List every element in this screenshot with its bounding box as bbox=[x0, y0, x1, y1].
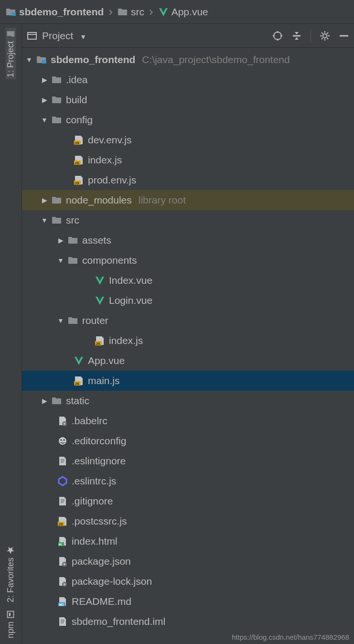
collapse-all-button[interactable] bbox=[291, 31, 302, 41]
expand-icon[interactable]: ▼ bbox=[57, 317, 64, 324]
tree-file-readme[interactable]: README.md bbox=[22, 591, 354, 612]
tree-file-package-json[interactable]: package.json bbox=[22, 551, 354, 571]
tree-label: static bbox=[66, 395, 89, 407]
tree-file-index-html[interactable]: index.html bbox=[22, 531, 354, 551]
tree-folder-build[interactable]: ▶ build bbox=[22, 90, 354, 110]
editorconfig-icon bbox=[57, 436, 68, 446]
js-icon bbox=[57, 516, 68, 526]
folder-icon bbox=[52, 95, 62, 105]
folder-icon bbox=[68, 255, 78, 266]
breadcrumb-file[interactable]: App.vue bbox=[158, 6, 208, 18]
tree-label: README.md bbox=[72, 596, 131, 607]
expand-icon[interactable]: ▼ bbox=[57, 257, 64, 264]
project-view-selector[interactable]: Project ▼ bbox=[42, 30, 86, 42]
tree-hint: library root bbox=[139, 194, 186, 206]
folder-icon bbox=[52, 215, 62, 225]
tool-window-bar: 1: Project 2: Favorites npm bbox=[0, 24, 22, 644]
tree-label: src bbox=[66, 215, 79, 226]
tree-label: .postcssrc.js bbox=[72, 515, 127, 527]
tree-label: components bbox=[82, 255, 137, 266]
tree-folder-assets[interactable]: ▶ assets bbox=[22, 230, 354, 250]
tree-root[interactable]: ▼ sbdemo_frontend C:\java_project\sbdemo… bbox=[22, 50, 354, 70]
module-icon bbox=[36, 54, 47, 65]
js-icon bbox=[74, 135, 84, 145]
js-icon bbox=[74, 376, 84, 386]
vue-icon bbox=[74, 355, 84, 366]
toolwindow-project-tab[interactable]: 1: Project bbox=[6, 28, 16, 79]
tree-label: Login.vue bbox=[109, 295, 152, 306]
folder-icon bbox=[52, 75, 62, 85]
breadcrumb-project-label: sbdemo_frontend bbox=[19, 6, 104, 18]
expand-icon[interactable]: ▼ bbox=[41, 216, 48, 224]
expand-icon[interactable]: ▼ bbox=[41, 116, 48, 124]
watermark: https://blog.csdn.net/hans774882968 bbox=[232, 633, 349, 641]
js-icon bbox=[74, 175, 84, 185]
tree-label: index.js bbox=[109, 335, 143, 346]
expand-icon[interactable]: ▶ bbox=[41, 76, 48, 84]
tree-folder-router[interactable]: ▼ router bbox=[22, 311, 354, 331]
tree-label: App.vue bbox=[88, 355, 125, 366]
tree-file-iml[interactable]: sbdemo_frontend.iml bbox=[22, 612, 354, 632]
html-icon bbox=[57, 536, 68, 547]
locate-button[interactable] bbox=[272, 31, 283, 41]
tree-label: package-lock.json bbox=[72, 576, 152, 587]
tree-folder-static[interactable]: ▶ static bbox=[22, 391, 354, 411]
tree-folder-components[interactable]: ▼ components bbox=[22, 250, 354, 270]
breadcrumb-folder[interactable]: src bbox=[118, 6, 144, 18]
tree-file-index-js[interactable]: index.js bbox=[22, 150, 354, 170]
tree-label: sbdemo_frontend bbox=[51, 54, 135, 65]
text-file-icon bbox=[57, 456, 68, 466]
tree-file-package-lock[interactable]: package-lock.json bbox=[22, 571, 354, 591]
tree-file-postcssrc[interactable]: .postcssrc.js bbox=[22, 511, 354, 531]
breadcrumb-project[interactable]: sbdemo_frontend bbox=[6, 6, 104, 18]
vue-icon bbox=[95, 295, 105, 306]
project-tree[interactable]: ▼ sbdemo_frontend C:\java_project\sbdemo… bbox=[22, 48, 354, 632]
settings-button[interactable] bbox=[320, 31, 330, 41]
toolwindow-favorites-label: 2: Favorites bbox=[6, 558, 16, 602]
config-file-icon bbox=[57, 576, 68, 587]
breadcrumb-folder-label: src bbox=[131, 6, 144, 18]
npm-icon bbox=[7, 610, 15, 619]
tree-label: index.html bbox=[72, 536, 118, 547]
expand-icon[interactable]: ▶ bbox=[41, 196, 48, 204]
toolwindow-favorites-tab[interactable]: 2: Favorites bbox=[6, 544, 16, 604]
tree-file-login-vue[interactable]: Login.vue bbox=[22, 290, 354, 311]
tree-file-editorconfig[interactable]: .editorconfig bbox=[22, 431, 354, 451]
eslint-icon bbox=[57, 476, 68, 486]
text-file-icon bbox=[57, 496, 68, 506]
tree-file-dev-env[interactable]: dev.env.js bbox=[22, 130, 354, 150]
tree-file-app-vue[interactable]: App.vue bbox=[22, 351, 354, 371]
expand-icon[interactable]: ▼ bbox=[26, 56, 32, 64]
expand-icon[interactable]: ▶ bbox=[41, 96, 48, 104]
tree-label: dev.env.js bbox=[88, 134, 131, 146]
tree-folder-src[interactable]: ▼ src bbox=[22, 210, 354, 230]
hide-button[interactable] bbox=[339, 31, 349, 41]
tree-label: .editorconfig bbox=[72, 435, 126, 447]
tree-folder-config[interactable]: ▼ config bbox=[22, 110, 354, 130]
tree-file-main-js[interactable]: main.js bbox=[22, 371, 354, 391]
chevron-right-icon: › bbox=[147, 4, 155, 19]
tree-folder-idea[interactable]: ▶ .idea bbox=[22, 70, 354, 90]
tree-label: .eslintignore bbox=[72, 455, 126, 467]
tree-folder-node-modules[interactable]: ▶ node_modules library root bbox=[22, 190, 354, 210]
tree-path: C:\java_project\sbdemo_frontend bbox=[142, 54, 290, 65]
window-icon bbox=[27, 31, 37, 41]
tree-label: main.js bbox=[88, 375, 120, 386]
toolwindow-npm-tab[interactable]: npm bbox=[6, 608, 16, 640]
tree-file-index-vue[interactable]: Index.vue bbox=[22, 270, 354, 290]
expand-icon[interactable]: ▶ bbox=[57, 236, 64, 244]
tree-label: prod.env.js bbox=[88, 174, 136, 186]
tree-label: package.json bbox=[72, 556, 131, 567]
tree-label: index.js bbox=[88, 154, 122, 166]
tree-file-prod-env[interactable]: prod.env.js bbox=[22, 170, 354, 190]
tree-file-gitignore[interactable]: .gitignore bbox=[22, 491, 354, 511]
folder-icon bbox=[68, 235, 78, 246]
tree-file-router-index[interactable]: index.js bbox=[22, 331, 354, 351]
expand-icon[interactable]: ▶ bbox=[41, 397, 48, 405]
tree-file-babelrc[interactable]: .babelrc bbox=[22, 411, 354, 431]
project-tool-window: Project ▼ ▼ sbdemo_frontend C:\java_proj… bbox=[22, 24, 354, 644]
tree-file-eslintignore[interactable]: .eslintignore bbox=[22, 451, 354, 471]
tree-file-eslintrc[interactable]: .eslintrc.js bbox=[22, 471, 354, 491]
config-file-icon bbox=[57, 556, 68, 567]
module-icon bbox=[6, 7, 16, 17]
